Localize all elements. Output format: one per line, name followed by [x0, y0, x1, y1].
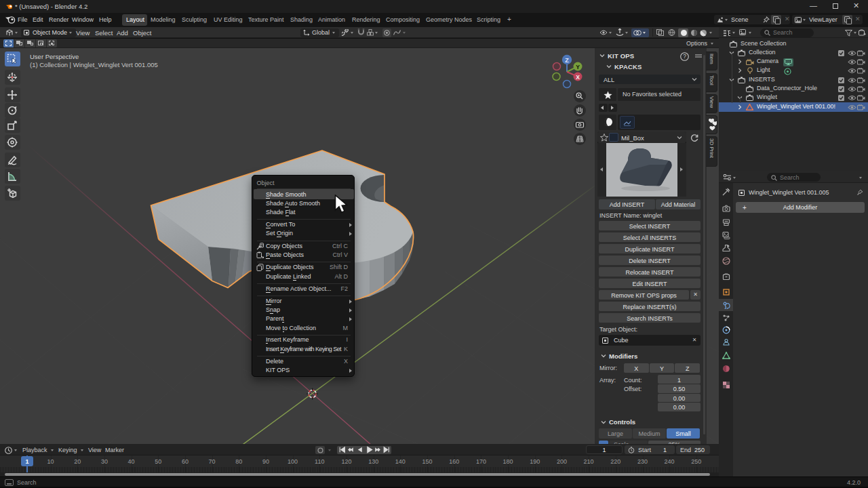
svg-text:Y: Y — [576, 64, 580, 70]
svg-text:X: X — [576, 74, 580, 81]
svg-text:Z: Z — [565, 57, 569, 64]
svg-text:?: ? — [683, 53, 686, 60]
